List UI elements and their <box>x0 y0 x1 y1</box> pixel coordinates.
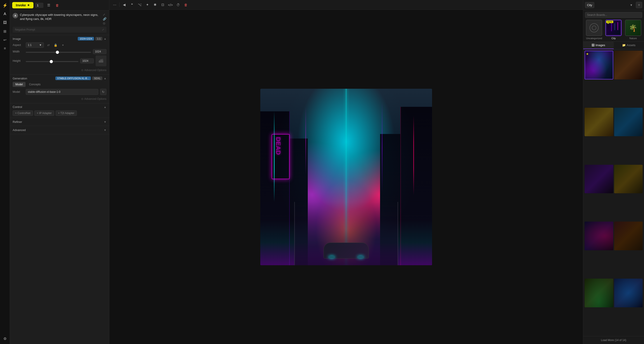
grid-item-1[interactable]: ★ <box>584 51 613 79</box>
image-section-header: Image 1024×1024 1:1 ▲ <box>13 37 106 41</box>
board-select-chevron-icon: ▼ <box>630 4 633 7</box>
height-slider[interactable] <box>26 61 78 62</box>
sidebar-item-gallery[interactable]: 🖼 <box>1 19 8 26</box>
refresh-model-button[interactable]: ↻ <box>100 89 106 95</box>
grid-item-3[interactable] <box>584 108 613 136</box>
prompt-actions: ⤢ 🔗 ◎ <box>103 13 106 25</box>
count-input-box[interactable]: 1 <box>35 3 44 8</box>
generation-advanced-options[interactable]: ⊙ Advanced Options <box>13 96 106 101</box>
tab-model[interactable]: Model <box>13 82 26 87</box>
load-more-button[interactable]: Load More (14 of 14) <box>583 336 644 344</box>
sidebar-item-queue[interactable]: ≡ <box>1 45 8 52</box>
grid-item-10[interactable] <box>614 279 643 307</box>
city-thumb-neon-1 <box>611 22 612 31</box>
sidebar-item-generate[interactable]: A <box>1 11 8 18</box>
negative-prompt-expand-icon[interactable]: ⤢ <box>102 28 104 31</box>
canvas-asterisk-icon[interactable]: ✱ <box>152 1 158 8</box>
grid-item-8[interactable] <box>614 222 643 250</box>
canvas-menu-icon[interactable]: ⋯ <box>111 1 118 8</box>
control-section-chevron[interactable]: ▲ <box>104 105 106 109</box>
grid-item-6[interactable] <box>614 165 643 194</box>
width-input[interactable]: 1024 <box>93 49 106 54</box>
list-view-button[interactable]: ☰ <box>45 2 52 9</box>
invoke-button[interactable]: Invoke ✦ <box>12 2 34 8</box>
canvas-branch-icon[interactable]: ⌥ <box>136 1 143 8</box>
gallery-icon: 🖼 <box>3 21 7 25</box>
negative-prompt-field[interactable]: Negative Prompt ⤢ <box>13 27 106 33</box>
grid-item-4[interactable] <box>614 108 643 136</box>
expand-prompt-icon[interactable]: ⤢ <box>103 13 106 16</box>
canvas-timer-icon[interactable]: ⏱ <box>175 1 182 8</box>
board-uncategorized[interactable]: Uncategorized <box>585 20 603 40</box>
sidebar-item-models[interactable]: ⊞ <box>1 28 8 35</box>
aspect-select[interactable]: 1:1 ▼ <box>26 42 44 48</box>
canvas-toolbar: ⋯ ◀ ❝ ⌥ ✦ ✱ ⊡ </> ⏱ 🗑 <box>109 0 583 10</box>
t2i-adapter-button[interactable]: + T2I Adapter <box>56 110 77 116</box>
generated-image[interactable]: DEAD <box>260 89 432 265</box>
grid-item-5[interactable] <box>584 165 613 194</box>
image-advanced-options[interactable]: ⊙ Advanced Options <box>13 68 106 73</box>
count-input[interactable]: 1 <box>35 3 44 8</box>
refiner-title: Refiner <box>13 120 22 124</box>
generation-section-chevron[interactable]: ▲ <box>104 77 106 80</box>
grid-item-9[interactable] <box>584 279 613 307</box>
palm-icon: 🌴 <box>629 24 637 32</box>
sparkle-icon: ✦ <box>27 4 30 7</box>
height-row: Height 1024 🏙 <box>13 55 106 66</box>
prompt-text[interactable]: Cyberpunk cityscape with towering skyscr… <box>20 13 101 21</box>
board-nature[interactable]: 🌴 Nature <box>624 20 642 40</box>
ratio-tag[interactable]: 1:1 <box>95 37 102 41</box>
image-section-chevron[interactable]: ▲ <box>104 37 106 40</box>
image-icon: 🏙 <box>99 58 103 64</box>
sdxl-tag[interactable]: SDXL <box>92 77 102 80</box>
tab-images[interactable]: 🖼 Images <box>583 42 614 49</box>
height-slider-container[interactable] <box>26 59 78 63</box>
search-boards-input[interactable] <box>585 12 642 18</box>
assets-tab-label: Assets <box>626 44 636 47</box>
grid-item-7[interactable] <box>584 222 613 250</box>
canvas-expand-icon[interactable]: ⊡ <box>159 1 166 8</box>
height-input[interactable]: 1024 <box>80 58 94 63</box>
canvas-back-icon[interactable]: ◀ <box>121 1 128 8</box>
sidebar-item-workflow[interactable]: ↩ <box>1 36 8 44</box>
controlnet-button[interactable]: + ControlNet <box>13 110 33 116</box>
height-label: Height <box>13 59 24 62</box>
generation-section-title: Generation <box>13 77 27 80</box>
swap-dimensions-icon[interactable]: ⇄ <box>46 42 51 48</box>
sidebar-item-settings[interactable]: ⚙ <box>1 335 8 342</box>
board-nature-thumb: 🌴 <box>625 20 641 36</box>
advanced-section[interactable]: Advanced ▼ <box>10 126 109 134</box>
model-select[interactable]: stable-diffusion-xl-base-1-0 <box>26 89 98 95</box>
size-tag[interactable]: 1024×1024 <box>78 37 94 41</box>
canvas-quote-icon[interactable]: ❝ <box>128 1 135 8</box>
model-row: Model stable-diffusion-xl-base-1-0 ↻ <box>13 89 106 95</box>
canvas-star-icon[interactable]: ✦ <box>144 1 151 8</box>
assets-tab-icon: 📁 <box>622 44 626 47</box>
tab-assets[interactable]: 📁 Assets <box>614 42 644 49</box>
canvas-delete-icon[interactable]: 🗑 <box>182 1 189 8</box>
board-select[interactable]: City <box>585 2 594 8</box>
settings-prompt-icon[interactable]: ◎ <box>103 22 106 25</box>
ip-adapter-button[interactable]: + IP Adapter <box>34 110 54 116</box>
refiner-section[interactable]: Refiner ▼ <box>10 118 109 126</box>
left-sidebar: ⚡ A 🖼 ⊞ ↩ ≡ ⚙ <box>0 0 10 344</box>
board-city[interactable]: AUTO ★ City <box>604 20 622 40</box>
optimize-icon[interactable]: ✦ <box>60 42 66 48</box>
canvas-area: ⋯ ◀ ❝ ⌥ ✦ ✱ ⊡ </> ⏱ 🗑 <box>109 0 583 344</box>
add-board-button[interactable]: + <box>636 2 642 8</box>
generate-icon: A <box>4 12 6 16</box>
trash-icon: 🗑 <box>56 4 59 7</box>
clear-button[interactable]: 🗑 <box>54 2 60 9</box>
toolbar-separator-1 <box>119 3 120 7</box>
lock-ratio-icon[interactable]: 🔒 <box>53 42 58 48</box>
link-icon[interactable]: 🔗 <box>103 17 106 21</box>
width-slider-container[interactable] <box>26 50 91 53</box>
invoke-label: Invoke <box>16 4 26 7</box>
grid-item-2[interactable] <box>614 51 643 79</box>
refresh-icon: ↻ <box>102 90 104 94</box>
tab-concepts[interactable]: Concepts <box>26 82 44 87</box>
model-tag[interactable]: STABLE-DIFFUSION-XL-B... <box>55 77 91 80</box>
canvas-code-icon[interactable]: </> <box>167 1 174 8</box>
workflow-icon: ↩ <box>4 38 6 42</box>
width-slider[interactable] <box>26 52 91 53</box>
